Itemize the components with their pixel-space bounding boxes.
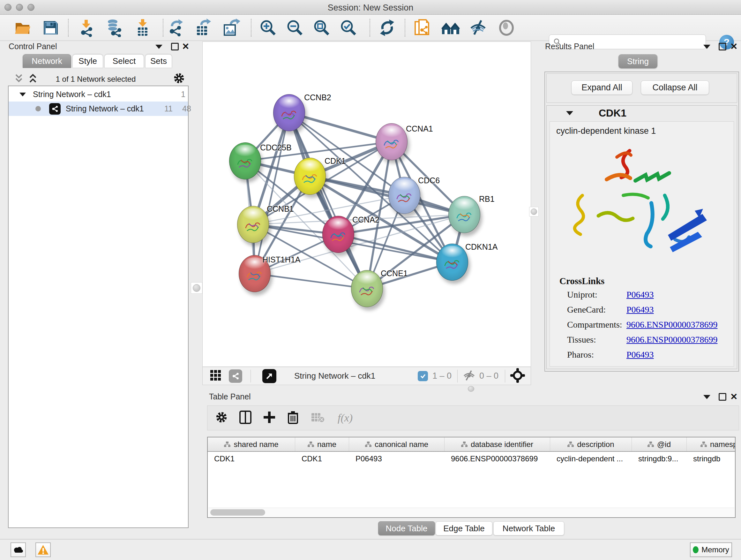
gene-section-header[interactable]: CDK1 <box>546 105 737 121</box>
collection-expand-icon[interactable] <box>19 92 26 97</box>
home-button[interactable] <box>441 17 461 38</box>
selected-checkbox[interactable] <box>418 371 428 381</box>
import-database-button[interactable] <box>104 17 124 38</box>
column-header[interactable]: canonical name <box>349 437 445 451</box>
status-bar: Memory <box>0 539 741 560</box>
table-horizontal-scrollbar[interactable] <box>208 508 734 516</box>
show-columns-button[interactable] <box>239 411 252 425</box>
results-tab-string[interactable]: String <box>618 54 657 68</box>
network-collection-row[interactable]: String Network – cdk1 1 <box>9 87 188 102</box>
control-panel-close-icon[interactable]: ✕ <box>182 43 189 51</box>
network-node-cdc25b[interactable] <box>229 142 261 179</box>
crosslink-value[interactable]: P06493 <box>626 350 734 360</box>
table-panel-close-icon[interactable]: ✕ <box>730 393 738 401</box>
gene-collapse-icon[interactable] <box>566 111 573 115</box>
tab-edge-table[interactable]: Edge Table <box>435 521 492 536</box>
network-node-cdc6[interactable] <box>388 177 420 214</box>
zoom-selected-button[interactable] <box>338 17 359 38</box>
hidden-count: 0 – 0 <box>479 371 498 381</box>
protein-ribbon-thumbnail <box>299 166 321 188</box>
gear-icon <box>173 72 185 84</box>
network-node-ccna2[interactable] <box>322 216 354 253</box>
table-options-button[interactable] <box>215 411 228 425</box>
crosslink-value[interactable]: P06493 <box>626 305 734 315</box>
network-view-canvas[interactable]: CCNB2CCNA1CDC25BCDK1CDC6RB1CCNB1CCNA2CDK… <box>202 42 531 367</box>
control-panel-maximize-icon[interactable] <box>171 43 179 51</box>
memory-button[interactable]: Memory <box>690 543 732 557</box>
hidden-toggle[interactable] <box>463 370 475 382</box>
column-header[interactable]: description <box>550 437 632 451</box>
table-panel-float-icon[interactable] <box>703 395 711 399</box>
hide-panel-button[interactable] <box>468 17 488 38</box>
warnings-button[interactable] <box>36 543 51 557</box>
control-panel-title: Control Panel <box>9 42 57 51</box>
column-header[interactable]: name <box>295 437 349 451</box>
zoom-fit-button[interactable] <box>312 17 332 38</box>
crosslink-value[interactable]: 9606.ENSP00000378699 <box>626 334 734 345</box>
control-panel-float-icon[interactable] <box>155 45 162 49</box>
tab-node-table[interactable]: Node Table <box>378 521 435 536</box>
network-panel-options-button[interactable] <box>173 72 185 85</box>
tab-sets[interactable]: Sets <box>145 54 172 68</box>
network-node-ccnb2[interactable] <box>273 94 305 131</box>
import-table-button[interactable] <box>132 17 153 38</box>
network-node-cdk1[interactable] <box>294 158 326 195</box>
function-builder-button[interactable]: f(x) <box>338 412 353 424</box>
delete-table-button[interactable] <box>311 412 325 424</box>
birdseye-grid-button[interactable] <box>210 369 222 383</box>
results-panel-close-icon[interactable]: ✕ <box>730 43 738 51</box>
node-table[interactable]: shared name name canonical name database… <box>207 437 736 518</box>
table-panel-maximize-icon[interactable] <box>719 393 726 401</box>
network-node-ccne1[interactable] <box>351 270 383 307</box>
collapse-all-networks-button[interactable] <box>14 73 23 85</box>
horizontal-splitter-handle[interactable] <box>468 386 474 392</box>
network-node-ccna1[interactable] <box>376 123 408 160</box>
table-row[interactable]: CDK1 CDK1 P06493 9606.ENSP00000378699 cy… <box>208 452 735 466</box>
network-edge[interactable] <box>255 113 289 273</box>
refresh-icon <box>378 19 396 37</box>
network-node-cdkn1a[interactable] <box>436 244 468 281</box>
expand-all-button[interactable]: Expand All <box>571 80 632 95</box>
open-session-button[interactable] <box>12 17 32 38</box>
column-header[interactable]: shared name <box>208 437 295 451</box>
create-column-button[interactable] <box>263 411 276 425</box>
zoom-out-button[interactable] <box>285 17 305 38</box>
tab-network[interactable]: Network <box>23 54 71 68</box>
tab-network-table[interactable]: Network Table <box>493 521 564 536</box>
right-splitter-handle[interactable] <box>529 207 539 216</box>
export-table-button[interactable] <box>193 17 214 38</box>
results-panel-float-icon[interactable] <box>703 45 711 49</box>
crosslink-value[interactable]: 9606.ENSP00000378699 <box>626 320 734 330</box>
expand-all-networks-button[interactable] <box>28 73 38 85</box>
fit-selected-button[interactable] <box>510 368 525 384</box>
export-network-button[interactable] <box>166 17 187 38</box>
tab-style[interactable]: Style <box>72 54 103 68</box>
delete-column-button[interactable] <box>287 411 299 425</box>
open-in-window-button[interactable] <box>262 369 276 383</box>
export-image-button[interactable] <box>221 17 242 38</box>
network-edge[interactable] <box>255 273 367 289</box>
tab-select[interactable]: Select <box>105 54 144 68</box>
string-view-button[interactable] <box>229 369 242 383</box>
results-panel-maximize-icon[interactable] <box>719 43 726 51</box>
column-header[interactable]: @id <box>632 437 687 451</box>
crosslink-label: GeneCard: <box>567 305 626 315</box>
left-splitter-handle[interactable] <box>191 282 202 294</box>
crosslink-value[interactable]: P06493 <box>626 290 734 300</box>
network-node-ccnb1[interactable] <box>237 206 269 243</box>
column-header[interactable]: namespace <box>687 437 736 451</box>
clipboard-share-button[interactable] <box>412 17 433 38</box>
import-network-button[interactable] <box>76 17 96 38</box>
save-session-button[interactable] <box>40 17 61 38</box>
zoom-in-button[interactable] <box>258 17 278 38</box>
collapse-all-button[interactable]: Collapse All <box>641 80 709 95</box>
network-row[interactable]: String Network – cdk1 11 48 <box>9 102 188 116</box>
scrollbar-thumb[interactable] <box>210 509 265 516</box>
network-edge[interactable] <box>289 113 367 289</box>
column-header[interactable]: database identifier <box>445 437 550 451</box>
network-node-rb1[interactable] <box>448 196 480 233</box>
cloud-status-button[interactable] <box>10 543 26 557</box>
table-panel-title: Table Panel <box>209 392 251 401</box>
show-panel-button[interactable] <box>496 17 517 38</box>
refresh-button[interactable] <box>377 17 397 38</box>
